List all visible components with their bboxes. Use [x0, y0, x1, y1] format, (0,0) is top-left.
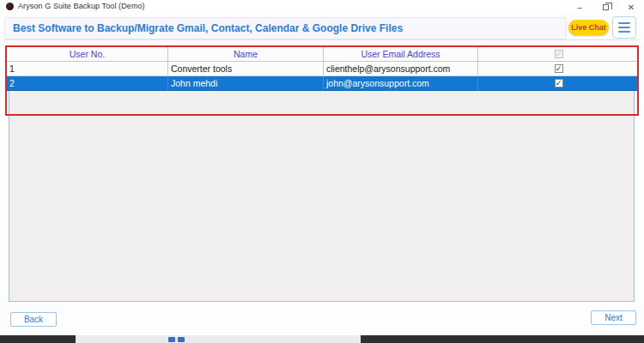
window-controls: – ✕	[567, 0, 644, 14]
taskbar-light-segment	[76, 335, 361, 343]
taskbar-app-icon[interactable]	[178, 337, 185, 342]
banner-title: Best Software to Backup/Migrate Gmail, C…	[5, 22, 403, 34]
hamburger-menu-button[interactable]	[612, 16, 636, 39]
minimize-icon: –	[577, 3, 582, 12]
live-chat-button[interactable]: Live Chat	[568, 20, 609, 35]
restore-button[interactable]	[592, 0, 618, 14]
hamburger-icon	[618, 22, 630, 24]
app-icon	[6, 3, 14, 10]
back-button[interactable]: Back	[10, 312, 57, 327]
header-divider	[4, 39, 640, 40]
window-title: Aryson G Suite Backup Tool (Demo)	[18, 2, 145, 10]
close-button[interactable]: ✕	[618, 0, 644, 14]
next-button[interactable]: Next	[591, 310, 636, 325]
title-bar: Aryson G Suite Backup Tool (Demo) – ✕	[0, 0, 644, 14]
taskbar-sliver[interactable]	[0, 335, 644, 343]
restore-icon	[603, 4, 609, 10]
live-chat-label: Live Chat	[571, 23, 606, 32]
banner: Best Software to Backup/Migrate Gmail, C…	[4, 17, 567, 39]
taskbar-app-icon[interactable]	[168, 337, 175, 342]
minimize-button[interactable]: –	[567, 0, 592, 14]
red-highlight-box	[5, 45, 639, 116]
close-icon: ✕	[628, 3, 635, 12]
